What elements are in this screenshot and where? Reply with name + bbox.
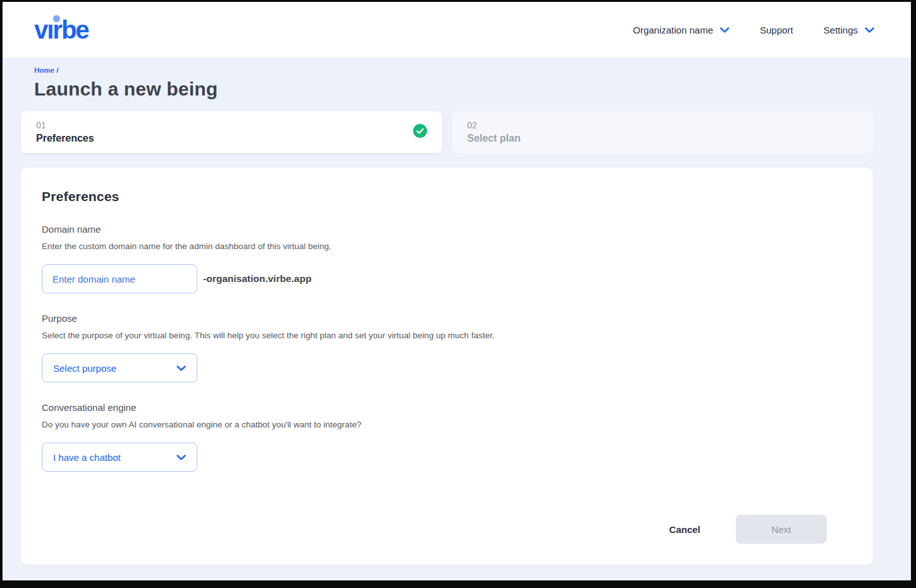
engine-label: Conversational engine [42, 402, 852, 413]
logo-dot [53, 15, 60, 22]
cancel-button[interactable]: Cancel [669, 524, 700, 535]
purpose-select[interactable]: Select purpose [42, 353, 197, 383]
page-content: Home / Launch a new being 01 Preferences… [3, 58, 911, 580]
domain-name-label: Domain name [42, 224, 852, 235]
step-card-select-plan[interactable]: 02 Select plan [452, 111, 874, 153]
chevron-down-icon [176, 363, 186, 374]
domain-name-input[interactable] [42, 264, 197, 293]
domain-suffix: -organisation.virbe.app [203, 273, 311, 285]
form-footer: Cancel Next [42, 515, 852, 544]
nav-organization-menu[interactable]: Organization name [633, 25, 730, 35]
screenshot-frame: vırbe Organization name Support Settings [0, 0, 916, 588]
engine-select-value: I have a chatbot [53, 452, 121, 463]
step-label: Select plan [467, 132, 521, 145]
nav-settings-label: Settings [824, 25, 858, 35]
top-navbar: vırbe Organization name Support Settings [3, 2, 911, 58]
virbe-logo[interactable]: vırbe [34, 17, 89, 42]
step-number: 02 [467, 119, 521, 132]
chevron-down-icon [176, 452, 186, 463]
logo-text: vırbe [34, 16, 89, 44]
preferences-form-card: Preferences Domain name Enter the custom… [21, 168, 873, 565]
wizard-steps: 01 Preferences 02 Select plan [21, 111, 873, 153]
purpose-select-value: Select purpose [53, 363, 116, 374]
domain-name-description: Enter the custom domain name for the adm… [42, 242, 852, 251]
step-text: 02 Select plan [467, 119, 521, 145]
purpose-label: Purpose [42, 313, 852, 324]
step-card-preferences[interactable]: 01 Preferences [21, 111, 442, 153]
step-text: 01 Preferences [36, 119, 94, 145]
next-button[interactable]: Next [736, 515, 827, 544]
form-heading: Preferences [42, 189, 852, 204]
breadcrumb[interactable]: Home / [34, 66, 58, 74]
step-number: 01 [36, 119, 94, 132]
chevron-down-icon [720, 25, 729, 35]
nav-organization-label: Organization name [633, 25, 714, 35]
app-window: vırbe Organization name Support Settings [3, 2, 911, 580]
page-title: Launch a new being [34, 78, 873, 100]
engine-description: Do you have your own AI conversational e… [42, 420, 852, 429]
domain-input-row: -organisation.virbe.app [42, 264, 852, 293]
nav-support[interactable]: Support [760, 25, 793, 35]
header-nav: Organization name Support Settings [633, 25, 875, 35]
step-label: Preferences [36, 132, 94, 145]
nav-support-label: Support [760, 25, 793, 35]
chevron-down-icon [865, 25, 874, 35]
check-circle-icon [413, 124, 427, 140]
nav-settings-menu[interactable]: Settings [824, 25, 874, 35]
engine-select[interactable]: I have a chatbot [42, 443, 197, 472]
purpose-description: Select the purpose of your virtual being… [42, 331, 852, 340]
